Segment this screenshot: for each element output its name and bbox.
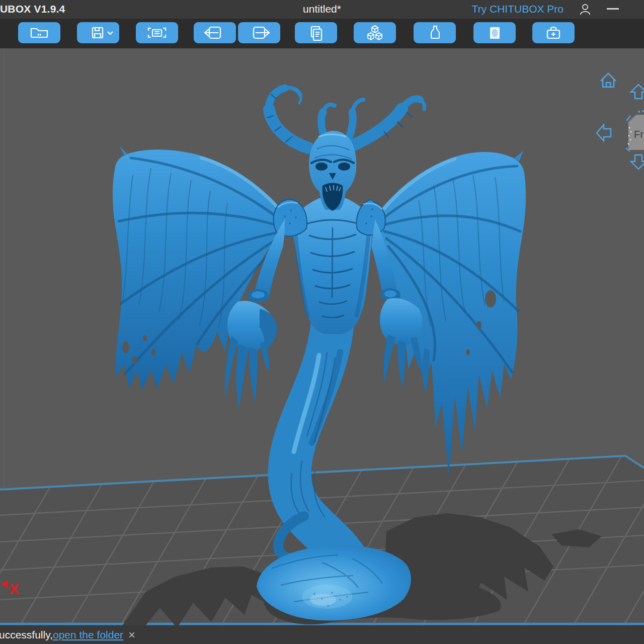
hollow-button[interactable] [473, 22, 516, 43]
slice-region-icon [136, 22, 178, 43]
status-close-icon[interactable]: × [128, 629, 135, 641]
undo-arrow-icon [194, 22, 236, 43]
chitubox-window: X Fr UBOX V1.9.4 untitled* Try CHITUBOX … [0, 0, 644, 644]
open-folder-link[interactable]: open the folder [53, 629, 123, 641]
redo-button[interactable] [238, 22, 280, 43]
model-eye-left [315, 163, 328, 171]
home-icon[interactable] [601, 73, 616, 87]
model-torso [273, 198, 385, 334]
save-dropdown-chevron-icon [108, 32, 113, 34]
model-head [309, 131, 356, 211]
resin-bottle-icon [414, 22, 456, 43]
open-file-button[interactable] [18, 22, 60, 43]
account-icon[interactable] [579, 3, 592, 16]
model-tail [278, 327, 345, 558]
redo-arrow-icon [238, 22, 280, 43]
rotate-left-arrow-icon[interactable] [597, 125, 611, 141]
hollow-icon [473, 22, 516, 43]
viewport-3d[interactable]: X Fr [0, 0, 644, 644]
toolbar [0, 18, 644, 48]
rotate-up-arrow-icon[interactable] [631, 85, 644, 99]
save-button[interactable] [77, 22, 119, 43]
rotate-down-arrow-icon[interactable] [631, 155, 644, 169]
copy-button[interactable] [295, 22, 337, 43]
view-nav-widget: Fr [597, 73, 644, 169]
status-bar: uccessfully, open the folder × [0, 625, 644, 644]
toolbox-add-icon [532, 22, 575, 43]
axis-x-label: X [9, 581, 19, 597]
title-bar: UBOX V1.9.4 untitled* Try CHITUBOX Pro [0, 0, 644, 18]
auto-layout-button[interactable] [354, 22, 396, 43]
save-floppy-icon [77, 22, 119, 43]
toolbox-button[interactable] [532, 22, 575, 43]
slice-region-button[interactable] [136, 22, 178, 43]
view-cube[interactable]: Fr [626, 110, 644, 151]
try-pro-link[interactable]: Try CHITUBOX Pro [472, 3, 564, 15]
undo-button[interactable] [194, 22, 236, 43]
model-eye-right [338, 163, 350, 171]
view-cube-label: Fr [634, 129, 643, 140]
minimize-button[interactable] [607, 8, 619, 10]
status-message: uccessfully, [0, 629, 53, 641]
open-folder-icon [18, 22, 60, 43]
copy-icon [295, 22, 337, 43]
resin-button[interactable] [414, 22, 456, 43]
auto-layout-cubes-icon [354, 22, 396, 43]
